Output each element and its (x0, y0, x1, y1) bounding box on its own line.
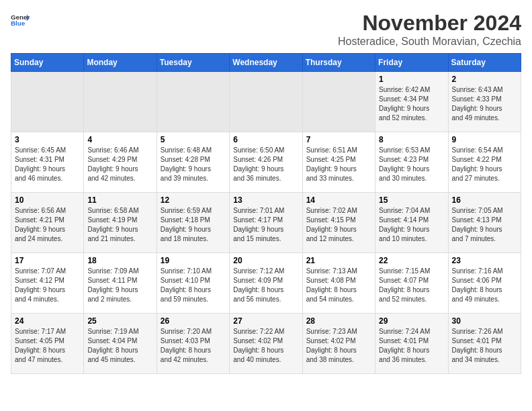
calendar-cell (11, 72, 84, 132)
day-info: Sunrise: 7:05 AM Sunset: 4:13 PM Dayligh… (452, 206, 517, 244)
day-number: 26 (161, 316, 226, 326)
day-number: 2 (452, 75, 517, 84)
page-subtitle: Hosteradice, South Moravian, Czechia (338, 36, 521, 48)
calendar-cell: 8Sunrise: 6:53 AM Sunset: 4:23 PM Daylig… (375, 132, 448, 193)
header-sunday: Sunday (11, 54, 84, 72)
day-number: 5 (161, 135, 226, 144)
header-tuesday: Tuesday (157, 54, 229, 72)
day-number: 12 (161, 195, 226, 205)
day-info: Sunrise: 7:19 AM Sunset: 4:04 PM Dayligh… (87, 327, 152, 365)
day-info: Sunrise: 6:42 AM Sunset: 4:34 PM Dayligh… (379, 85, 444, 123)
calendar-cell: 11Sunrise: 6:58 AM Sunset: 4:19 PM Dayli… (84, 193, 157, 253)
calendar-cell: 19Sunrise: 7:10 AM Sunset: 4:10 PM Dayli… (157, 253, 229, 314)
day-info: Sunrise: 7:01 AM Sunset: 4:17 PM Dayligh… (233, 206, 298, 244)
calendar-cell: 13Sunrise: 7:01 AM Sunset: 4:17 PM Dayli… (230, 193, 302, 253)
day-number: 22 (379, 256, 444, 265)
calendar-cell: 28Sunrise: 7:23 AM Sunset: 4:02 PM Dayli… (302, 314, 375, 374)
svg-text:Blue: Blue (11, 19, 26, 27)
day-number: 4 (87, 135, 152, 144)
calendar-cell: 21Sunrise: 7:13 AM Sunset: 4:08 PM Dayli… (302, 253, 375, 314)
calendar-cell (302, 72, 375, 132)
calendar-cell: 24Sunrise: 7:17 AM Sunset: 4:05 PM Dayli… (11, 314, 84, 374)
day-number: 10 (15, 195, 80, 205)
day-number: 17 (15, 256, 80, 265)
calendar-week-row: 17Sunrise: 7:07 AM Sunset: 4:12 PM Dayli… (11, 253, 521, 314)
day-number: 25 (87, 316, 152, 326)
calendar-cell: 15Sunrise: 7:04 AM Sunset: 4:14 PM Dayli… (375, 193, 448, 253)
day-info: Sunrise: 7:17 AM Sunset: 4:05 PM Dayligh… (15, 327, 80, 365)
calendar-cell: 2Sunrise: 6:43 AM Sunset: 4:33 PM Daylig… (448, 72, 521, 132)
day-number: 15 (379, 195, 444, 205)
calendar-cell (230, 72, 302, 132)
day-number: 6 (233, 135, 298, 144)
logo-icon: General Blue (11, 11, 30, 30)
day-info: Sunrise: 7:23 AM Sunset: 4:02 PM Dayligh… (306, 327, 371, 365)
header-thursday: Thursday (302, 54, 375, 72)
day-info: Sunrise: 6:45 AM Sunset: 4:31 PM Dayligh… (15, 146, 80, 183)
day-info: Sunrise: 6:53 AM Sunset: 4:23 PM Dayligh… (379, 146, 444, 183)
day-number: 20 (233, 256, 298, 265)
day-number: 29 (379, 316, 444, 326)
day-info: Sunrise: 6:50 AM Sunset: 4:26 PM Dayligh… (233, 146, 298, 183)
day-number: 30 (452, 316, 517, 326)
day-info: Sunrise: 7:10 AM Sunset: 4:10 PM Dayligh… (161, 267, 226, 304)
day-number: 23 (452, 256, 517, 265)
calendar-cell: 30Sunrise: 7:26 AM Sunset: 4:01 PM Dayli… (448, 314, 521, 374)
day-number: 27 (233, 316, 298, 326)
day-number: 3 (15, 135, 80, 144)
day-number: 11 (87, 195, 152, 205)
day-info: Sunrise: 7:24 AM Sunset: 4:01 PM Dayligh… (379, 327, 444, 365)
page-title: November 2024 (338, 11, 521, 36)
calendar-cell: 17Sunrise: 7:07 AM Sunset: 4:12 PM Dayli… (11, 253, 84, 314)
calendar-cell: 25Sunrise: 7:19 AM Sunset: 4:04 PM Dayli… (84, 314, 157, 374)
calendar-table: SundayMondayTuesdayWednesdayThursdayFrid… (11, 53, 521, 374)
header-friday: Friday (375, 54, 448, 72)
calendar-cell: 4Sunrise: 6:46 AM Sunset: 4:29 PM Daylig… (84, 132, 157, 193)
day-info: Sunrise: 6:46 AM Sunset: 4:29 PM Dayligh… (87, 146, 152, 183)
day-number: 18 (87, 256, 152, 265)
day-info: Sunrise: 6:59 AM Sunset: 4:18 PM Dayligh… (161, 206, 226, 244)
calendar-cell: 22Sunrise: 7:15 AM Sunset: 4:07 PM Dayli… (375, 253, 448, 314)
day-info: Sunrise: 6:51 AM Sunset: 4:25 PM Dayligh… (306, 146, 371, 183)
day-number: 14 (306, 195, 371, 205)
day-number: 19 (161, 256, 226, 265)
day-number: 7 (306, 135, 371, 144)
calendar-cell: 20Sunrise: 7:12 AM Sunset: 4:09 PM Dayli… (230, 253, 302, 314)
calendar-cell: 6Sunrise: 6:50 AM Sunset: 4:26 PM Daylig… (230, 132, 302, 193)
calendar-cell: 18Sunrise: 7:09 AM Sunset: 4:11 PM Dayli… (84, 253, 157, 314)
calendar-cell: 3Sunrise: 6:45 AM Sunset: 4:31 PM Daylig… (11, 132, 84, 193)
day-info: Sunrise: 7:13 AM Sunset: 4:08 PM Dayligh… (306, 267, 371, 304)
calendar-week-row: 10Sunrise: 6:56 AM Sunset: 4:21 PM Dayli… (11, 193, 521, 253)
calendar-cell: 27Sunrise: 7:22 AM Sunset: 4:02 PM Dayli… (230, 314, 302, 374)
day-info: Sunrise: 6:56 AM Sunset: 4:21 PM Dayligh… (15, 206, 80, 244)
day-number: 28 (306, 316, 371, 326)
day-number: 8 (379, 135, 444, 144)
calendar-header-row: SundayMondayTuesdayWednesdayThursdayFrid… (11, 54, 521, 72)
calendar-cell: 1Sunrise: 6:42 AM Sunset: 4:34 PM Daylig… (375, 72, 448, 132)
day-info: Sunrise: 7:16 AM Sunset: 4:06 PM Dayligh… (452, 267, 517, 304)
day-number: 16 (452, 195, 517, 205)
calendar-week-row: 24Sunrise: 7:17 AM Sunset: 4:05 PM Dayli… (11, 314, 521, 374)
day-info: Sunrise: 6:58 AM Sunset: 4:19 PM Dayligh… (87, 206, 152, 244)
calendar-cell: 26Sunrise: 7:20 AM Sunset: 4:03 PM Dayli… (157, 314, 229, 374)
day-info: Sunrise: 7:15 AM Sunset: 4:07 PM Dayligh… (379, 267, 444, 304)
calendar-cell: 10Sunrise: 6:56 AM Sunset: 4:21 PM Dayli… (11, 193, 84, 253)
day-info: Sunrise: 6:54 AM Sunset: 4:22 PM Dayligh… (452, 146, 517, 183)
day-info: Sunrise: 7:22 AM Sunset: 4:02 PM Dayligh… (233, 327, 298, 365)
day-number: 21 (306, 256, 371, 265)
day-info: Sunrise: 6:48 AM Sunset: 4:28 PM Dayligh… (161, 146, 226, 183)
page-header: General Blue November 2024 Hosteradice, … (11, 11, 521, 48)
calendar-cell (84, 72, 157, 132)
calendar-cell: 16Sunrise: 7:05 AM Sunset: 4:13 PM Dayli… (448, 193, 521, 253)
day-info: Sunrise: 7:26 AM Sunset: 4:01 PM Dayligh… (452, 327, 517, 365)
header-monday: Monday (84, 54, 157, 72)
day-number: 13 (233, 195, 298, 205)
calendar-week-row: 1Sunrise: 6:42 AM Sunset: 4:34 PM Daylig… (11, 72, 521, 132)
calendar-cell: 9Sunrise: 6:54 AM Sunset: 4:22 PM Daylig… (448, 132, 521, 193)
day-info: Sunrise: 7:07 AM Sunset: 4:12 PM Dayligh… (15, 267, 80, 304)
day-info: Sunrise: 7:02 AM Sunset: 4:15 PM Dayligh… (306, 206, 371, 244)
calendar-cell: 14Sunrise: 7:02 AM Sunset: 4:15 PM Dayli… (302, 193, 375, 253)
header-wednesday: Wednesday (230, 54, 302, 72)
logo: General Blue (11, 11, 30, 30)
day-number: 9 (452, 135, 517, 144)
